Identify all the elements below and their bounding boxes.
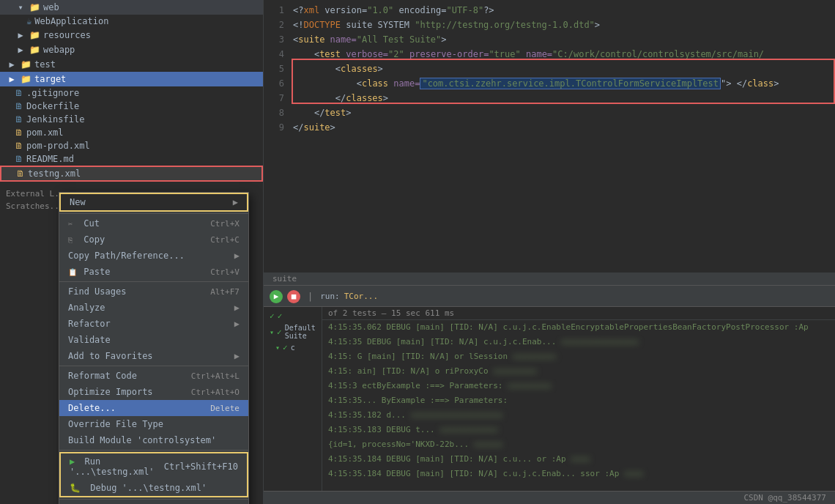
default-suite-label: Default Suite bbox=[285, 324, 316, 340]
submenu-arrow-icon: ▶ bbox=[234, 319, 240, 329]
arrow-icon: ▶ bbox=[6, 59, 18, 70]
arrow-icon: ▾ bbox=[15, 1, 26, 13]
stop-button[interactable]: ■ bbox=[287, 290, 300, 303]
sidebar-item-jenkinsfile[interactable]: 🗎 Jenkinsfile bbox=[0, 113, 263, 126]
test-tree-item-c[interactable]: ▾ ✓ c bbox=[267, 341, 319, 354]
ctx-run[interactable]: ▶ Run '...\testng.xml' Ctrl+Shift+F10 bbox=[61, 453, 247, 480]
run-label: run: bbox=[320, 292, 340, 301]
paste-icon: 📋 bbox=[68, 268, 78, 276]
ctx-new-label: New bbox=[70, 197, 86, 207]
test-tree-item-default[interactable]: ▾ ✓ Default Suite bbox=[267, 322, 319, 341]
ctx-reformat-label: Reformat Code bbox=[68, 371, 137, 381]
sidebar-item-label: test bbox=[34, 59, 56, 70]
ctx-copy[interactable]: ⎘ Copy Ctrl+C bbox=[59, 231, 248, 248]
sidebar-item-resources[interactable]: ▶ 📁 resources bbox=[0, 28, 263, 42]
ctx-override-file-type[interactable]: Override File Type bbox=[59, 416, 248, 432]
sidebar-item-pomprodxml[interactable]: 🗎 pom-prod.xml bbox=[0, 139, 263, 152]
find-usages-shortcut: Alt+F7 bbox=[210, 287, 240, 297]
code-line-1: 1 <?xml version="1.0" encoding="UTF-8"?> bbox=[264, 3, 835, 18]
ctx-new[interactable]: New ▶ bbox=[61, 194, 247, 210]
ctx-copy-path-label: Copy Path/Reference... bbox=[68, 251, 185, 261]
ctx-cut-label: Cut bbox=[84, 218, 100, 229]
ctx-validate[interactable]: Validate bbox=[59, 332, 248, 348]
test-tree-item-check[interactable]: ✓ ✓ bbox=[267, 310, 319, 322]
run-button[interactable]: ▶ bbox=[270, 290, 283, 303]
log-line-7: 4:15:35.182 d... xxxxxxxxxxxxxxxxxxx bbox=[322, 408, 835, 423]
sidebar-item-label: webapp bbox=[43, 45, 75, 55]
sidebar-item-gitignore[interactable]: 🗎 .gitignore bbox=[0, 86, 263, 100]
ctx-override-file-type-label: Override File Type bbox=[68, 419, 163, 429]
code-line-9: 9 </suite> bbox=[264, 120, 835, 135]
folder-icon: 📁 bbox=[21, 74, 31, 84]
sidebar-item-web[interactable]: ▾ 📁 web bbox=[0, 0, 263, 15]
run-shortcut: Ctrl+Shift+F10 bbox=[164, 462, 238, 472]
file-icon: 🗎 bbox=[15, 154, 23, 164]
sidebar-item-label: web bbox=[43, 2, 59, 12]
log-line-1: 4:15:35.062 DEBUG [main] [TID: N/A] c.u.… bbox=[322, 320, 835, 335]
ctx-open-split[interactable]: Open in Right Split Shift+Enter bbox=[59, 501, 248, 504]
paste-shortcut: Ctrl+V bbox=[210, 267, 240, 277]
ctx-build-module[interactable]: Build Module 'controlsystem' bbox=[59, 432, 248, 448]
separator: | bbox=[308, 292, 313, 302]
editor: 1 <?xml version="1.0" encoding="UTF-8"?>… bbox=[264, 0, 835, 286]
sidebar-item-label: resources bbox=[43, 30, 91, 40]
sidebar-item-label: Scratches... bbox=[6, 201, 64, 211]
cut-shortcut: Ctrl+X bbox=[210, 219, 240, 229]
status-bar: CSDN @qq_38544377 bbox=[264, 491, 835, 504]
ctx-paste[interactable]: 📋 Paste Ctrl+V bbox=[59, 264, 248, 280]
run-toolbar: ▶ ■ | run: TCor... bbox=[264, 286, 835, 307]
ctx-debug[interactable]: 🐛 Debug '...\testng.xml' bbox=[61, 480, 247, 496]
code-line-3: 3 <suite name="All Test Suite"> bbox=[264, 32, 835, 47]
arrow-icon: ▶ bbox=[15, 44, 26, 56]
folder-icon: 📁 bbox=[21, 59, 31, 70]
sidebar-item-pomxml[interactable]: 🗎 pom.xml bbox=[0, 126, 263, 139]
ctx-cut[interactable]: ✂ Cut Ctrl+X bbox=[59, 215, 248, 231]
arrow-icon: ▶ bbox=[15, 29, 26, 41]
sidebar-item-webapplication[interactable]: ☕ WebApplication bbox=[0, 15, 263, 28]
delete-shortcut: Delete bbox=[210, 404, 240, 413]
folder-icon: 📁 bbox=[29, 30, 40, 40]
ctx-refactor[interactable]: Refactor ▶ bbox=[59, 316, 248, 332]
ctx-delete-label: Delete... bbox=[68, 403, 116, 413]
sidebar-item-testngxml[interactable]: 🗎 testng.xml bbox=[0, 166, 263, 182]
ctx-find-usages[interactable]: Find Usages Alt+F7 bbox=[59, 284, 248, 300]
ctx-validate-label: Validate bbox=[68, 335, 111, 345]
file-icon: 🗎 bbox=[15, 88, 23, 98]
log-area[interactable]: of 2 tests – 15 sec 611 ms 4:15:35.062 D… bbox=[322, 307, 835, 491]
debug-icon: 🐛 bbox=[70, 483, 81, 493]
copy-icon: ⎘ bbox=[68, 236, 78, 244]
log-line-2: 4:15:35 DEBUG [main] [TID: N/A] c.u.j.c.… bbox=[322, 335, 835, 349]
ctx-delete[interactable]: Delete... Delete bbox=[59, 400, 248, 416]
log-line-8: 4:15:35.183 DEBUG t... xxxxxxxxxxxx bbox=[322, 423, 835, 437]
check-icon-3: ✓ bbox=[277, 327, 282, 337]
log-line-10: 4:15:35.184 DEBUG [main] [TID: N/A] c.u.… bbox=[322, 452, 835, 467]
csdn-label: CSDN @qq_38544377 bbox=[743, 493, 826, 503]
file-icon: ☕ bbox=[26, 16, 31, 26]
editor-content[interactable]: 1 <?xml version="1.0" encoding="UTF-8"?>… bbox=[264, 0, 835, 273]
sidebar-item-target[interactable]: ▶ 📁 target bbox=[0, 72, 263, 86]
file-icon: 🗎 bbox=[15, 101, 23, 111]
ctx-add-favorites[interactable]: Add to Favorites ▶ bbox=[59, 348, 248, 364]
file-icon: 🗎 bbox=[15, 114, 23, 125]
ctx-analyze[interactable]: Analyze ▶ bbox=[59, 300, 248, 316]
log-line-3: 4:15: G [main] [TID: N/A] or lSession xx… bbox=[322, 349, 835, 364]
test-tree: ✓ ✓ ▾ ✓ Default Suite ▾ ✓ c bbox=[264, 307, 322, 357]
ctx-copy-path[interactable]: Copy Path/Reference... ▶ bbox=[59, 248, 248, 264]
sidebar-item-test[interactable]: ▶ 📁 test bbox=[0, 57, 263, 72]
optimize-shortcut: Ctrl+Alt+O bbox=[191, 388, 240, 397]
copy-shortcut: Ctrl+C bbox=[210, 235, 240, 245]
file-icon: 🗎 bbox=[16, 168, 25, 179]
ctx-refactor-label: Refactor bbox=[68, 319, 111, 329]
sidebar-item-webapp[interactable]: ▶ 📁 webapp bbox=[0, 42, 263, 57]
run-icon: ▶ bbox=[70, 456, 75, 467]
sidebar-item-readme[interactable]: 🗎 README.md bbox=[0, 152, 263, 166]
ctx-reformat[interactable]: Reformat Code Ctrl+Alt+L bbox=[59, 368, 248, 384]
log-line-11: 4:15:35.184 DEBUG [main] [TID: N/A] c.u.… bbox=[322, 467, 835, 481]
breadcrumb-text: suite bbox=[272, 274, 297, 284]
sidebar-item-label: pom.xml bbox=[26, 127, 64, 138]
sidebar-item-dockerfile[interactable]: 🗎 Dockerfile bbox=[0, 100, 263, 113]
sidebar-item-label: Dockerfile bbox=[26, 101, 79, 111]
ctx-analyze-label: Analyze bbox=[68, 303, 105, 313]
code-line-6: 6 <class name="com.ctsi.zzehr.service.im… bbox=[264, 76, 835, 91]
ctx-optimize-imports[interactable]: Optimize Imports Ctrl+Alt+O bbox=[59, 384, 248, 400]
